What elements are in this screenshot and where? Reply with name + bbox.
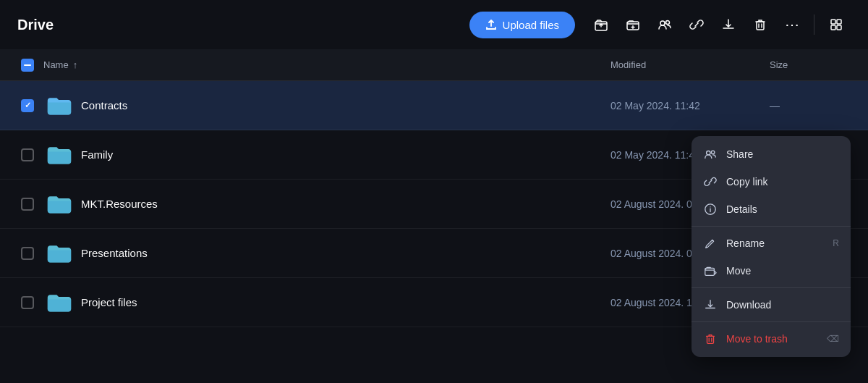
share-people-icon bbox=[658, 17, 672, 32]
more-dots-icon: ⋯ bbox=[785, 16, 800, 33]
folder-icon-container bbox=[43, 193, 75, 215]
menu-item-rename[interactable]: Rename R bbox=[692, 230, 851, 257]
row-checkbox-empty[interactable] bbox=[21, 148, 34, 161]
menu-item-label: Copy link bbox=[726, 176, 768, 188]
svg-rect-13 bbox=[705, 268, 715, 275]
menu-item-move[interactable]: Move bbox=[692, 257, 851, 285]
folder-icon bbox=[46, 243, 72, 264]
menu-item-trash[interactable]: Move to trash ⌫ bbox=[692, 325, 851, 353]
folder-icon-container bbox=[43, 95, 75, 117]
svg-rect-7 bbox=[831, 25, 835, 30]
file-name: MKT.Resources bbox=[81, 198, 610, 210]
file-modified: 02 May 2024. 11:42 bbox=[610, 100, 770, 111]
app-title: Drive bbox=[17, 17, 54, 33]
svg-rect-14 bbox=[707, 336, 714, 343]
folder-icon bbox=[46, 292, 72, 313]
svg-point-12 bbox=[710, 206, 710, 207]
svg-point-3 bbox=[666, 21, 670, 25]
download-toolbar-icon bbox=[721, 17, 736, 32]
context-menu: Share Copy link Details Rename R Move Do… bbox=[692, 136, 851, 357]
folder-icon-container bbox=[43, 243, 75, 264]
download-button[interactable] bbox=[714, 10, 743, 39]
copy-link-button[interactable] bbox=[682, 10, 711, 39]
menu-item-icon bbox=[703, 332, 718, 345]
menu-item-icon bbox=[703, 175, 718, 188]
folder-icon bbox=[46, 144, 72, 166]
svg-rect-6 bbox=[837, 20, 841, 24]
row-select[interactable] bbox=[12, 296, 43, 309]
header: Drive Upload files bbox=[0, 0, 868, 49]
svg-rect-5 bbox=[831, 20, 835, 24]
share-button[interactable] bbox=[650, 10, 679, 39]
menu-item-label: Share bbox=[726, 148, 753, 160]
upload-folder-button[interactable] bbox=[587, 10, 616, 39]
new-folder-button[interactable] bbox=[618, 10, 647, 39]
more-options-button[interactable]: ⋯ bbox=[778, 10, 807, 39]
row-select[interactable] bbox=[12, 99, 43, 112]
file-row[interactable]: Contracts 02 May 2024. 11:42 — bbox=[0, 81, 868, 130]
menu-item-icon bbox=[703, 203, 718, 216]
menu-divider bbox=[692, 226, 851, 227]
trash-toolbar-icon bbox=[753, 17, 767, 32]
upload-folder-icon bbox=[594, 17, 608, 32]
menu-item-copy-link[interactable]: Copy link bbox=[692, 168, 851, 195]
svg-point-10 bbox=[711, 151, 715, 154]
file-size: — bbox=[770, 100, 856, 111]
upload-icon bbox=[485, 19, 497, 30]
row-select[interactable] bbox=[12, 148, 43, 161]
menu-item-label: Details bbox=[726, 203, 757, 215]
upload-files-button[interactable]: Upload files bbox=[469, 12, 575, 38]
minus-checkbox-icon[interactable] bbox=[21, 59, 34, 72]
menu-item-shortcut: ⌫ bbox=[827, 334, 839, 344]
menu-item-icon bbox=[703, 298, 718, 311]
menu-item-icon bbox=[703, 148, 718, 161]
menu-item-shortcut: R bbox=[833, 238, 839, 248]
row-select[interactable] bbox=[12, 247, 43, 260]
row-checkbox-empty[interactable] bbox=[21, 247, 34, 260]
menu-divider bbox=[692, 287, 851, 288]
file-name: Project files bbox=[81, 296, 610, 308]
svg-point-2 bbox=[660, 21, 665, 25]
select-all-checkbox[interactable] bbox=[12, 59, 43, 72]
menu-item-label: Download bbox=[726, 299, 771, 311]
folder-icon bbox=[46, 95, 72, 117]
menu-item-label: Move bbox=[726, 265, 751, 277]
menu-item-download[interactable]: Download bbox=[692, 291, 851, 319]
new-folder-icon bbox=[626, 17, 640, 32]
menu-item-share[interactable]: Share bbox=[692, 140, 851, 168]
svg-rect-8 bbox=[837, 25, 841, 30]
row-checkbox-checked[interactable] bbox=[21, 99, 34, 112]
menu-item-label: Rename bbox=[726, 237, 765, 249]
grid-view-button[interactable] bbox=[822, 10, 851, 39]
menu-item-details[interactable]: Details bbox=[692, 195, 851, 223]
toolbar: ⋯ bbox=[587, 10, 851, 39]
grid-view-icon bbox=[829, 17, 843, 32]
svg-point-9 bbox=[707, 151, 710, 155]
trash-button[interactable] bbox=[746, 10, 775, 39]
menu-item-icon bbox=[703, 264, 718, 277]
file-name: Family bbox=[81, 148, 610, 161]
name-column-header[interactable]: Name ↑ bbox=[43, 59, 610, 70]
svg-rect-4 bbox=[757, 22, 764, 30]
row-checkbox-empty[interactable] bbox=[21, 198, 34, 211]
folder-icon-container bbox=[43, 144, 75, 166]
table-header: Name ↑ Modified Size bbox=[0, 49, 868, 81]
row-select[interactable] bbox=[12, 198, 43, 211]
toolbar-divider bbox=[814, 14, 814, 35]
modified-column-header: Modified bbox=[610, 59, 770, 70]
row-checkbox-empty[interactable] bbox=[21, 296, 34, 309]
folder-icon-container bbox=[43, 292, 75, 313]
size-column-header: Size bbox=[770, 59, 856, 70]
menu-item-icon bbox=[703, 237, 718, 250]
file-name: Contracts bbox=[81, 99, 610, 111]
folder-icon bbox=[46, 193, 72, 215]
link-icon bbox=[689, 17, 704, 32]
menu-divider bbox=[692, 321, 851, 322]
menu-item-label: Move to trash bbox=[726, 333, 788, 345]
file-name: Presentations bbox=[81, 247, 610, 259]
